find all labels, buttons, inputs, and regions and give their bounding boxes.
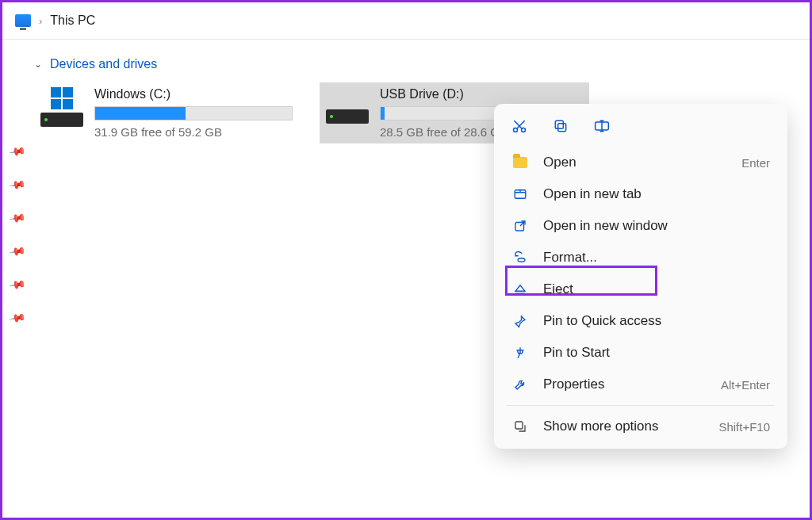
menu-show-more[interactable]: Show more options Shift+F10 bbox=[499, 411, 783, 442]
tab-icon bbox=[511, 187, 529, 201]
usage-text: 31.9 GB free of 59.2 GB bbox=[94, 125, 299, 139]
section-title: Devices and drives bbox=[50, 57, 157, 71]
drive-icon bbox=[39, 87, 85, 127]
context-menu: Open Enter Open in new tab Open in new w… bbox=[494, 104, 787, 449]
drive-item-c[interactable]: Windows (C:) 31.9 GB free of 59.2 GB bbox=[34, 82, 304, 143]
menu-label: Open in new window bbox=[543, 218, 770, 234]
menu-separator bbox=[507, 405, 775, 406]
menu-shortcut: Enter bbox=[741, 156, 770, 170]
menu-pin-start[interactable]: Pin to Start bbox=[499, 337, 783, 369]
folder-icon bbox=[511, 157, 529, 168]
pin-icon[interactable]: 📌 bbox=[8, 309, 26, 327]
wrench-icon bbox=[511, 377, 529, 392]
menu-shortcut: Shift+F10 bbox=[718, 420, 770, 434]
external-window-icon bbox=[511, 219, 529, 233]
svg-point-0 bbox=[514, 128, 518, 132]
context-toolbar bbox=[499, 110, 783, 147]
pin-icon bbox=[511, 314, 529, 328]
menu-label: Properties bbox=[543, 377, 707, 392]
menu-shortcut: Alt+Enter bbox=[721, 378, 770, 392]
pin-icon[interactable]: 📌 bbox=[8, 243, 26, 261]
menu-label: Open bbox=[543, 155, 727, 170]
menu-label: Pin to Quick access bbox=[543, 313, 770, 329]
section-devices-drives[interactable]: ⌄ Devices and drives bbox=[34, 57, 787, 71]
chevron-right-icon: › bbox=[39, 15, 42, 27]
more-options-icon bbox=[511, 419, 529, 434]
this-pc-icon bbox=[15, 14, 31, 27]
menu-properties[interactable]: Properties Alt+Enter bbox=[499, 369, 783, 400]
windows-icon bbox=[51, 87, 73, 109]
svg-rect-3 bbox=[555, 120, 563, 128]
pin-icon[interactable]: 📌 bbox=[8, 276, 26, 294]
format-icon bbox=[511, 250, 529, 265]
hdd-icon bbox=[326, 109, 369, 124]
menu-format[interactable]: Format... bbox=[499, 242, 783, 273]
quick-access-pins: 📌 📌 📌 📌 📌 📌 bbox=[2, 145, 24, 324]
menu-label: Pin to Start bbox=[543, 345, 770, 361]
menu-label: Open in new tab bbox=[543, 186, 770, 202]
svg-rect-8 bbox=[515, 422, 523, 429]
usage-bar bbox=[94, 106, 293, 120]
menu-label: Format... bbox=[543, 250, 770, 266]
pin-icon[interactable]: 📌 bbox=[8, 209, 26, 228]
copy-icon[interactable] bbox=[551, 117, 570, 136]
pin-start-icon bbox=[511, 346, 529, 360]
breadcrumb: › This PC bbox=[2, 2, 810, 40]
menu-open[interactable]: Open Enter bbox=[499, 147, 783, 178]
svg-rect-2 bbox=[558, 124, 566, 132]
rename-icon[interactable] bbox=[592, 117, 611, 136]
menu-open-new-tab[interactable]: Open in new tab bbox=[499, 178, 783, 210]
usage-fill bbox=[95, 107, 186, 120]
drive-name: USB Drive (D:) bbox=[380, 87, 584, 101]
chevron-down-icon: ⌄ bbox=[34, 59, 42, 70]
menu-open-new-window[interactable]: Open in new window bbox=[499, 210, 783, 242]
drive-icon bbox=[324, 87, 370, 124]
breadcrumb-location[interactable]: This PC bbox=[50, 13, 95, 28]
hdd-icon bbox=[40, 113, 83, 127]
pin-icon[interactable]: 📌 bbox=[8, 176, 26, 194]
menu-pin-quick-access[interactable]: Pin to Quick access bbox=[499, 305, 783, 337]
menu-label: Eject bbox=[543, 281, 770, 297]
svg-point-7 bbox=[518, 258, 525, 262]
pin-icon[interactable]: 📌 bbox=[8, 143, 26, 161]
menu-eject[interactable]: Eject bbox=[499, 273, 783, 305]
usage-fill bbox=[381, 107, 385, 120]
svg-point-1 bbox=[522, 128, 526, 132]
eject-icon bbox=[511, 282, 529, 296]
cut-icon[interactable] bbox=[510, 117, 529, 136]
menu-label: Show more options bbox=[543, 419, 704, 434]
drive-name: Windows (C:) bbox=[94, 87, 299, 101]
